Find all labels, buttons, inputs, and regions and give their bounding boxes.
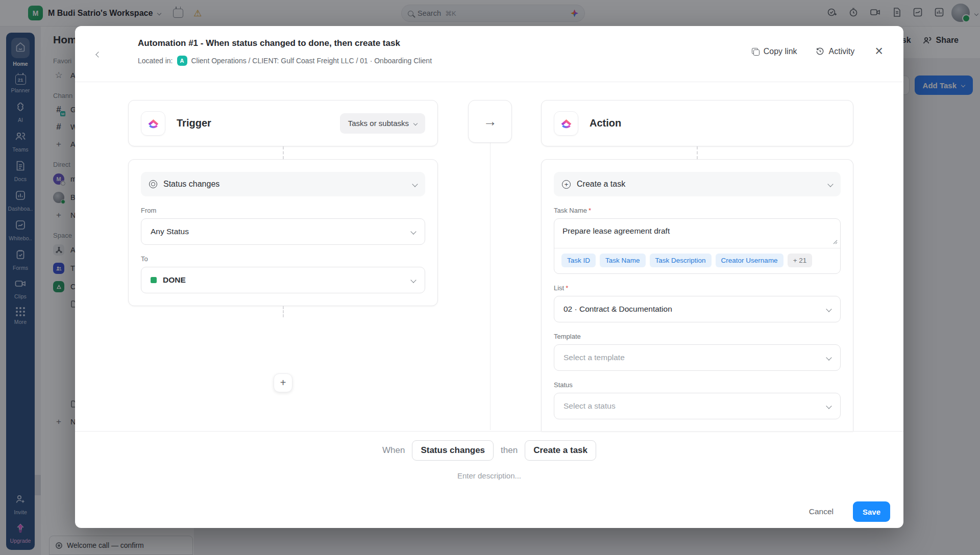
list-label: List* <box>554 284 841 292</box>
arrow-right-icon: → <box>483 114 497 130</box>
list-dropdown[interactable]: 02 · Contract & Documentation <box>554 296 841 322</box>
connector <box>283 146 284 159</box>
trigger-to-action-arrow: → <box>468 100 512 143</box>
column-divider <box>490 143 491 430</box>
chevron-down-icon <box>826 403 831 409</box>
chevron-down-icon <box>412 181 418 187</box>
trigger-config-card: Status changes From Any Status To DONE <box>128 159 438 306</box>
status-target-icon <box>149 180 157 188</box>
task-name-field: Prepare lease agreement draft Task ID Ta… <box>554 218 841 274</box>
to-status-dropdown[interactable]: DONE <box>141 267 425 293</box>
status-label: Status <box>554 381 841 389</box>
dynamic-field-tags: Task ID Task Name Task Description Creat… <box>554 248 840 273</box>
chevron-down-icon <box>410 277 416 283</box>
automation-modal: Automation #1 - When status changed to d… <box>75 26 903 528</box>
connector <box>283 306 284 317</box>
description-input[interactable]: Enter description... <box>75 471 903 480</box>
clickup-logo <box>554 111 578 136</box>
chevron-down-icon <box>413 121 418 125</box>
template-dropdown[interactable]: Select a template <box>554 344 841 371</box>
to-label: To <box>141 255 425 263</box>
then-word: then <box>501 445 518 456</box>
done-status-color <box>151 277 157 283</box>
action-title: Action <box>590 117 621 129</box>
chevron-down-icon <box>410 229 416 234</box>
activity-button[interactable]: Activity <box>816 47 855 56</box>
automation-summary: When Status changes then Create a task <box>75 440 903 461</box>
activity-clock-icon <box>816 47 824 56</box>
close-icon[interactable]: × <box>875 44 883 58</box>
resize-handle[interactable] <box>832 237 838 246</box>
plus-circle-icon: + <box>562 180 571 189</box>
status-dropdown[interactable]: Select a status <box>554 393 841 419</box>
chevron-down-icon <box>826 306 831 312</box>
copy-link-button[interactable]: Copy link <box>752 47 797 56</box>
trigger-scope-dropdown[interactable]: Tasks or subtasks <box>340 113 425 134</box>
modal-header: Automation #1 - When status changed to d… <box>75 26 903 82</box>
summary-action-chip[interactable]: Create a task <box>525 440 596 461</box>
back-button[interactable] <box>96 49 101 59</box>
save-button[interactable]: Save <box>853 501 890 522</box>
add-trigger-condition-button[interactable]: + <box>274 373 292 392</box>
trigger-title: Trigger <box>177 117 211 129</box>
copy-icon <box>752 48 759 55</box>
trigger-condition-dropdown[interactable]: Status changes <box>141 172 425 196</box>
required-asterisk: * <box>566 284 568 292</box>
location-path[interactable]: Client Operations / CLIENT: Gulf Coast F… <box>191 57 432 65</box>
when-word: When <box>382 445 405 456</box>
summary-trigger-chip[interactable]: Status changes <box>412 440 494 461</box>
tag-task-id[interactable]: Task ID <box>561 254 596 267</box>
tag-creator-username[interactable]: Creator Username <box>716 254 783 267</box>
action-type-dropdown[interactable]: + Create a task <box>554 172 841 196</box>
space-badge: A <box>177 56 187 66</box>
cancel-button[interactable]: Cancel <box>809 507 834 516</box>
action-header-card: Action <box>541 100 853 146</box>
automation-title: Automation #1 - When status changed to d… <box>138 38 400 48</box>
action-config-card: + Create a task Task Name* Prepare lease… <box>541 159 853 432</box>
from-status-dropdown[interactable]: Any Status <box>141 218 425 245</box>
connector <box>697 146 698 159</box>
from-label: From <box>141 207 425 214</box>
breadcrumb: Located in: A Client Operations / CLIENT… <box>138 56 432 66</box>
modal-footer: When Status changes then Create a task E… <box>75 431 903 528</box>
trigger-header-card: Trigger Tasks or subtasks <box>128 100 438 146</box>
chevron-down-icon <box>827 181 833 187</box>
chevron-down-icon <box>826 355 831 360</box>
task-name-label: Task Name* <box>554 207 841 214</box>
more-tags-button[interactable]: + 21 <box>788 254 813 267</box>
template-label: Template <box>554 333 841 340</box>
task-name-input[interactable]: Prepare lease agreement draft <box>554 219 840 248</box>
tag-task-name[interactable]: Task Name <box>600 254 646 267</box>
tag-task-description[interactable]: Task Description <box>650 254 712 267</box>
chevron-left-icon <box>95 52 101 57</box>
required-asterisk: * <box>589 207 591 214</box>
clickup-logo <box>141 111 165 136</box>
modal-body: Trigger Tasks or subtasks Status changes… <box>75 82 903 431</box>
